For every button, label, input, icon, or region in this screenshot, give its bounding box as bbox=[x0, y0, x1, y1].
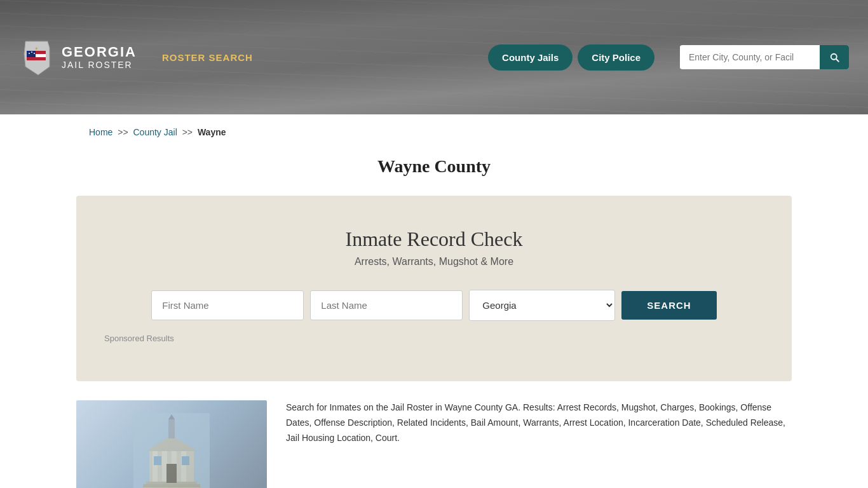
first-name-input[interactable] bbox=[151, 290, 304, 320]
svg-point-5 bbox=[31, 51, 32, 53]
breadcrumb-sep-2: >> bbox=[182, 127, 193, 137]
svg-rect-21 bbox=[182, 456, 189, 465]
county-jails-button[interactable]: County Jails bbox=[488, 44, 573, 71]
last-name-input[interactable] bbox=[310, 290, 463, 320]
bottom-description: Search for Inmates on the Jail Roster in… bbox=[286, 400, 792, 445]
svg-rect-19 bbox=[166, 464, 177, 483]
georgia-state-logo: ★ bbox=[19, 38, 54, 76]
breadcrumb-sep-1: >> bbox=[118, 127, 128, 137]
svg-rect-11 bbox=[162, 448, 167, 483]
record-search-button[interactable]: SEARCH bbox=[621, 291, 716, 320]
bottom-section: Search for Inmates on the Jail Roster in… bbox=[0, 381, 868, 488]
page-title: Wayne County bbox=[0, 156, 868, 177]
breadcrumb-home[interactable]: Home bbox=[89, 127, 112, 137]
svg-rect-18 bbox=[143, 484, 200, 487]
nav-buttons: County Jails City Police bbox=[488, 44, 654, 71]
header-search-area bbox=[680, 45, 849, 69]
svg-rect-15 bbox=[168, 419, 175, 438]
svg-rect-10 bbox=[153, 448, 158, 483]
breadcrumb-current: Wayne bbox=[198, 127, 226, 137]
city-police-button[interactable]: City Police bbox=[578, 44, 654, 71]
hero-header: ★ GEORGIA JAIL ROSTER ROSTER SEARCH Coun… bbox=[0, 0, 868, 114]
breadcrumb-county-jail[interactable]: County Jail bbox=[133, 127, 177, 137]
logo-text-area: GEORGIA JAIL ROSTER bbox=[62, 44, 137, 70]
search-icon bbox=[829, 51, 840, 63]
svg-point-6 bbox=[34, 53, 35, 54]
logo-georgia: GEORGIA bbox=[62, 44, 137, 60]
record-check-section: Inmate Record Check Arrests, Warrants, M… bbox=[76, 196, 792, 381]
svg-rect-20 bbox=[154, 456, 161, 465]
sponsored-label: Sponsored Results bbox=[102, 334, 766, 343]
svg-point-4 bbox=[29, 53, 30, 54]
record-check-subtitle: Arrests, Warrants, Mugshot & More bbox=[102, 256, 766, 268]
header-search-button[interactable] bbox=[820, 45, 849, 69]
record-check-form: AlabamaAlaskaArizonaArkansasCaliforniaCo… bbox=[102, 290, 766, 321]
state-select[interactable]: AlabamaAlaskaArizonaArkansasCaliforniaCo… bbox=[469, 290, 615, 321]
breadcrumb: Home >> County Jail >> Wayne bbox=[0, 114, 868, 150]
roster-search-nav[interactable]: ROSTER SEARCH bbox=[162, 52, 253, 63]
record-check-title: Inmate Record Check bbox=[102, 227, 766, 251]
courthouse-illustration bbox=[133, 413, 210, 488]
header-search-input[interactable] bbox=[680, 46, 820, 69]
svg-rect-13 bbox=[181, 448, 186, 483]
logo-subtitle: JAIL ROSTER bbox=[62, 60, 137, 70]
logo-link[interactable]: ★ GEORGIA JAIL ROSTER bbox=[19, 38, 137, 76]
bottom-image bbox=[76, 400, 267, 488]
svg-rect-2 bbox=[27, 57, 46, 60]
svg-rect-3 bbox=[27, 51, 36, 57]
